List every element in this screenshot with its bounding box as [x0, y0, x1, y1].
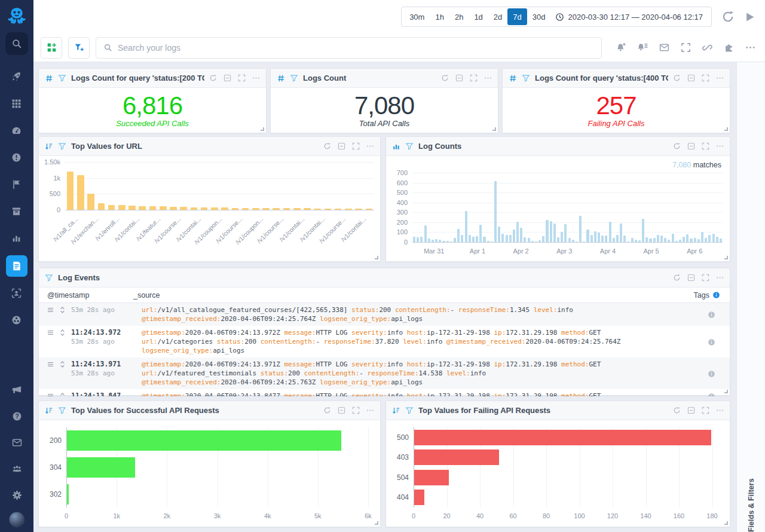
- chart-bar[interactable]: [638, 240, 641, 242]
- chart-bar[interactable]: [446, 241, 449, 242]
- panel-resize-handle[interactable]: [375, 521, 378, 525]
- panel-collapse-button[interactable]: [687, 142, 695, 150]
- chart-bar[interactable]: [413, 237, 415, 242]
- chart-bar[interactable]: [465, 211, 467, 242]
- panel-resize-handle[interactable]: [724, 127, 728, 131]
- chart-bar[interactable]: [87, 194, 94, 210]
- drag-handle-icon[interactable]: [47, 360, 54, 368]
- chart-bar[interactable]: [67, 457, 135, 478]
- panel-refresh-button[interactable]: [673, 406, 681, 414]
- chart-bar[interactable]: [428, 239, 430, 242]
- chart-bar[interactable]: [546, 220, 548, 242]
- chart-bar[interactable]: [672, 234, 674, 242]
- chart-bar[interactable]: [201, 207, 208, 210]
- panel-collapse-button[interactable]: [455, 74, 463, 82]
- chart-bar[interactable]: [524, 237, 526, 242]
- panel-more-button[interactable]: [252, 74, 260, 82]
- sidebar-search-button[interactable]: [5, 32, 28, 55]
- chart-bar[interactable]: [454, 238, 456, 242]
- sidebar-item-archive[interactable]: [6, 201, 26, 221]
- chart-bar[interactable]: [631, 238, 634, 243]
- expand-row-icon[interactable]: [59, 360, 66, 368]
- chart-bar[interactable]: [160, 206, 167, 210]
- chart-bar[interactable]: [564, 224, 567, 242]
- chart-bar[interactable]: [191, 207, 198, 210]
- chart-bar[interactable]: [221, 207, 228, 210]
- chart-bar[interactable]: [664, 238, 666, 242]
- panel-refresh-button[interactable]: [673, 142, 681, 150]
- panel-collapse-button[interactable]: [687, 274, 695, 282]
- chart-bar[interactable]: [242, 208, 249, 210]
- chart-bar[interactable]: [180, 207, 187, 210]
- chart-bar[interactable]: [273, 208, 280, 210]
- chart-bar[interactable]: [498, 227, 500, 243]
- chart-bar[interactable]: [149, 206, 157, 210]
- chart-bar[interactable]: [314, 209, 321, 210]
- panel-fullscreen-button[interactable]: [702, 142, 709, 150]
- time-range-1h[interactable]: 1h: [430, 8, 449, 25]
- chart-bar[interactable]: [598, 233, 600, 242]
- filter-icon[interactable]: [58, 406, 66, 415]
- chart-bar[interactable]: [325, 209, 332, 210]
- chart-bar[interactable]: [590, 235, 593, 242]
- chart-bar[interactable]: [414, 470, 449, 485]
- chart-bar[interactable]: [414, 490, 424, 505]
- chart-bar[interactable]: [483, 237, 485, 242]
- chart-bar[interactable]: [506, 235, 508, 242]
- chart-bar[interactable]: [77, 175, 84, 210]
- chart-bar[interactable]: [128, 206, 136, 210]
- sidebar-item-monitoring[interactable]: [6, 228, 26, 247]
- chart-bar[interactable]: [586, 230, 589, 243]
- column-timestamp[interactable]: @timestamp: [39, 291, 133, 299]
- filter-icon[interactable]: [405, 406, 414, 415]
- chart-bar[interactable]: [609, 222, 611, 242]
- chart-bar[interactable]: [542, 236, 544, 242]
- drag-handle-icon[interactable]: [47, 392, 54, 396]
- chart-bar[interactable]: [98, 203, 105, 210]
- chart-bar[interactable]: [414, 450, 499, 465]
- panel-collapse-button[interactable]: [338, 142, 345, 150]
- filter-icon[interactable]: [58, 142, 66, 151]
- chart-bar[interactable]: [660, 236, 663, 242]
- chart-bar[interactable]: [690, 239, 692, 242]
- chart-bar[interactable]: [557, 237, 559, 242]
- chart-bar[interactable]: [535, 241, 537, 243]
- chart-bar[interactable]: [366, 209, 373, 210]
- run-query-button[interactable]: [744, 11, 755, 23]
- time-range-2h[interactable]: 2h: [449, 8, 469, 25]
- panel-more-button[interactable]: [366, 406, 374, 414]
- sidebar-item-announcements[interactable]: [7, 380, 27, 399]
- chart-bar[interactable]: [252, 208, 259, 210]
- panel-collapse-button[interactable]: [338, 406, 345, 414]
- chart-bar[interactable]: [293, 208, 301, 210]
- refresh-button[interactable]: [721, 10, 735, 23]
- user-avatar[interactable]: [9, 512, 25, 527]
- chart-bar[interactable]: [708, 235, 711, 242]
- panel-refresh-button[interactable]: [441, 74, 449, 82]
- filter-icon[interactable]: [58, 74, 66, 82]
- chart-bar[interactable]: [716, 237, 718, 242]
- panel-collapse-button[interactable]: [224, 74, 231, 82]
- column-tags[interactable]: Tags: [686, 291, 730, 299]
- fullscreen-button[interactable]: [681, 42, 691, 53]
- panel-fullscreen-button[interactable]: [702, 274, 709, 282]
- time-range-2d[interactable]: 2d: [488, 8, 507, 25]
- chart-bar[interactable]: [553, 224, 556, 242]
- chart-bar[interactable]: [538, 240, 541, 242]
- chart-bar[interactable]: [679, 240, 681, 242]
- chart-bar[interactable]: [528, 238, 530, 243]
- panel-more-button[interactable]: [716, 274, 724, 282]
- chart-bar[interactable]: [576, 241, 578, 243]
- chart-bar[interactable]: [170, 207, 177, 210]
- chart-bar[interactable]: [501, 234, 504, 242]
- chart-bar[interactable]: [417, 237, 419, 242]
- filter-icon[interactable]: [522, 74, 530, 82]
- chart-bar[interactable]: [211, 207, 218, 210]
- chart-bar[interactable]: [579, 216, 582, 242]
- panel-resize-handle[interactable]: [375, 256, 378, 259]
- sidebar-item-team[interactable]: [7, 459, 27, 478]
- time-range-7d[interactable]: 7d: [507, 8, 527, 25]
- chart-bar[interactable]: [472, 237, 475, 242]
- filter-icon[interactable]: [290, 74, 298, 82]
- chart-bar[interactable]: [457, 229, 460, 242]
